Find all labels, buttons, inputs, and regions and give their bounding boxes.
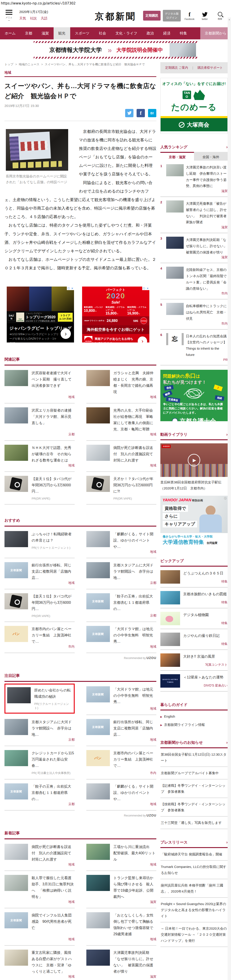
ad-info-icon[interactable]: ⓘ — [224, 496, 227, 500]
category-tag[interactable]: 地域 — [114, 706, 157, 711]
news-card[interactable]: クレジットカードから115万円返金された影山安春…PR( 司法書士法人中央事務所… — [5, 746, 75, 780]
news-card[interactable]: 「おとなしくしろ」女性倒し包丁で脅して胸触る 強制わいせつ致傷容疑で29歳男逮捕… — [87, 908, 157, 945]
category-tag[interactable]: 地域 — [114, 550, 157, 554]
list-item[interactable]: 三十三間堂「通し矢」写真を販売します — [160, 816, 228, 829]
news-card[interactable]: 京都新聞「大河ドラマ館」は地元の小中学生無料 明智光秀…地域 — [87, 622, 157, 653]
list-item[interactable]: 第38回全国女子駅伝 1月12日(日) 12:30スタート — [160, 748, 228, 767]
pickup-item[interactable]: 京都水族館のいきもの図鑑特集 — [160, 587, 228, 608]
pickup-item[interactable]: 大好き!! 京滋の風景写真コンテスト — [160, 650, 228, 671]
news-card[interactable]: 京都新聞銀行出張所が移転、同じ支店に複数同居「店舗内店…地域 — [5, 558, 75, 589]
nav-item[interactable]: 特集 — [175, 27, 192, 39]
scrollbar-up-arrow[interactable]: ▲ — [228, 18, 231, 21]
twitter-link[interactable]: twitter — [198, 11, 211, 21]
lawyer-ad[interactable]: 問題解決の糸口は 私たちが見つけます！ 借金 離婚 交通事故 相続 ！ 争い — [160, 370, 228, 421]
list-item[interactable]: ～ 日本初！一目でわかる、東京2020大会の交通対策情報ツール ～「２０２０交通… — [160, 922, 228, 947]
news-card[interactable]: 【楽天１位】タバコ代が年間36万円から3万6000円…PR(DR.VAPE) — [5, 472, 75, 504]
news-card[interactable]: 【楽天１位】タバコ代が年間36万円から3万6000円…PR(DR.VAPE) — [5, 589, 75, 622]
ad-close-icon[interactable]: ✕ — [146, 286, 149, 290]
list-item[interactable]: 【記者職】冬季ワンデイ・インターンシップ 参加者募集 — [160, 780, 228, 798]
nav-item[interactable]: 京都新聞から — [200, 27, 231, 39]
news-card[interactable]: 「麒麟がくる」サイト開設、ゆかりのイベントや…地域 — [87, 527, 157, 558]
search-button[interactable]: 検索 — [213, 11, 226, 21]
list-item[interactable]: 「駿府城跡天守台 発掘調査報告会」開催 — [160, 848, 228, 861]
category-tag[interactable]: 写真コンテスト — [183, 663, 228, 667]
news-card[interactable]: トランク監禁し東尋坊から飛び降りさせる 殺人罪で19歳少年起訴、公開裁判へ滋賀 — [87, 871, 157, 908]
category-tag[interactable]: 滋賀 — [114, 975, 157, 978]
quick-link[interactable]: 天気 — [19, 16, 26, 21]
category-tag[interactable]: 地域 — [32, 900, 75, 904]
breadcrumb-item[interactable]: トップ> — [5, 63, 19, 66]
category-tag[interactable]: 市内 — [32, 645, 75, 649]
category-tag[interactable]: 地域 — [114, 645, 157, 649]
scrollbar[interactable]: ▲ — [228, 18, 231, 980]
nav-item[interactable]: 京都 — [21, 27, 37, 39]
category-tag[interactable]: 地域 — [114, 937, 157, 941]
news-card[interactable]: パン京都市内のパン屋とベーカリー集結 上賀茂神社で…市内 — [5, 622, 75, 653]
hatena-share-button[interactable]: B! — [148, 109, 156, 117]
pickup-item[interactable]: デジタル植物園特集 — [160, 608, 228, 629]
category-tag[interactable]: 京都 — [32, 802, 75, 806]
ranking-item[interactable]: 4北陸新幹線アセス、京都のトンネル区間「最終段階でルート案」に委員反発「会議の意… — [160, 263, 228, 299]
category-tag[interactable]: 地域 — [114, 862, 157, 867]
category-tag[interactable]: 滋賀 — [186, 225, 228, 229]
arrow-icon[interactable]: › — [61, 329, 71, 339]
digital-login-button[interactable]: デジタル版ログイン — [163, 10, 181, 21]
news-card[interactable]: 天才か！？タバコ代が年間36万円から3万6000円に?!PR(DR.VAPE) — [87, 472, 157, 504]
news-card[interactable]: 京都スタジアムに大河ドラマ館開設へ 赤字分は地…京都 — [5, 715, 75, 746]
category-tag[interactable]: 地域 — [114, 395, 157, 399]
uzou-credit[interactable]: Recommended by UZOU — [5, 814, 156, 817]
news-card[interactable]: 工場から川に重油流出 配管破損、最大400リットル地域 — [87, 840, 157, 871]
nav-item[interactable]: 滋賀 — [37, 27, 54, 39]
guide-link[interactable]: ▶京都新聞ライフライン情報 — [160, 721, 228, 729]
category-tag[interactable]: 地域 — [32, 581, 75, 585]
category-tag[interactable]: DIVO'S 星座占い — [183, 684, 228, 687]
ranking-item[interactable]: 1大津園児事故の判決言い渡し延期 併合審理のストーカー事件で弁護側が争う姿勢、異… — [160, 161, 228, 197]
subscription-guide-link[interactable]: 定期購読 ご案内 — [165, 66, 188, 70]
news-card[interactable]: 殺人罪で服役した元看護助手、3月31日に無罪判決へ 「検察は納得いく説明を」地域 — [5, 871, 75, 908]
category-tag[interactable]: 特集 — [183, 579, 228, 584]
category-tag[interactable]: 京都 — [32, 433, 75, 436]
arrow-icon[interactable]: › — [138, 336, 147, 342]
news-card[interactable]: ぶっちゃけ！転職経験者の本音とは？PR(リクルートエージェント) — [5, 527, 75, 558]
nav-item[interactable]: 社会 — [94, 27, 111, 39]
news-card[interactable]: 病院が死亡診断書を誤送付 別人の介護施設宛て封筒に入れ渡す地域 — [5, 840, 75, 871]
quick-link[interactable]: 社説 — [30, 16, 37, 21]
nav-item[interactable]: 文化・ライフ — [111, 27, 142, 39]
news-card[interactable]: ＮＨＫ大河で話題、光秀が破壊の古寺 その知られざる数奇な運命とは地域 — [5, 441, 75, 472]
nav-item[interactable]: ホーム — [0, 27, 21, 39]
category-tag[interactable]: PR — [186, 358, 228, 361]
category-tag[interactable]: 特集 — [183, 600, 228, 605]
news-card[interactable]: 京都新聞銀行出張所が移転、同じ支店に複数同居「店舗内店…地域 — [87, 715, 157, 746]
airasia-ad[interactable]: ⓘ✕ パーフェクト 2020 Sale! 東京(成田) →バンコク10,800〜… — [82, 286, 149, 342]
nav-item[interactable]: スポーツ — [70, 27, 94, 39]
tanomeru-ad[interactable]: オフィスの「ない」をすぐにお届け! TANO たのめーる 大塚商会 — [160, 78, 228, 134]
news-card[interactable]: 大津園児事故判決延期「なぜ振り出しに。許せない」 被害園児の保護者が憤り滋賀 — [87, 945, 157, 980]
tab-kyoto-shiga[interactable]: 京都・滋賀 — [160, 152, 194, 161]
play-icon[interactable]: ▶ — [188, 454, 200, 466]
category-tag[interactable]: 地域 — [32, 463, 75, 468]
category-tag[interactable]: 滋賀 — [114, 900, 157, 904]
news-card[interactable]: 病院が死亡診断書を誤送付 別人の介護施設宛て封筒に入れ渡す地域 — [87, 441, 157, 472]
facebook-link[interactable]: f Facebook — [183, 11, 196, 21]
category-tag[interactable]: 地域 — [114, 463, 157, 468]
news-card[interactable]: 辞めたい会社からの転職成功の秘訣PR(リクルートエージェント) — [5, 684, 75, 714]
ranking-item[interactable]: 5自転車横断中にトラックにはねられ男性死亡 京都・伏見市内 — [160, 299, 228, 329]
nav-item[interactable]: 政治 — [142, 27, 159, 39]
dazn-ad[interactable]: ⓘ✕ DAZN TOP LEAGUE ジャパンラグビー トップリーグ2020 1… — [7, 286, 74, 342]
category-tag[interactable]: 市内 — [186, 322, 228, 326]
category-tag[interactable]: 特集 — [183, 621, 228, 625]
news-card[interactable]: 京都新聞「大河ドラマ館」は地元の小中学生無料 明智光秀…地域 — [87, 682, 157, 715]
subscribe-button[interactable]: 定期購読 — [143, 11, 160, 21]
list-item[interactable]: Trumark Companies, LLCの持分取得に関するお知らせ — [160, 861, 228, 879]
twitter-share-button[interactable] — [125, 109, 133, 117]
category-tag[interactable]: 地域 — [114, 738, 157, 742]
nav-item[interactable]: 経済 — [159, 27, 175, 39]
category-tag[interactable]: 京都 — [114, 614, 157, 617]
news-card[interactable]: 重文古民家に隣接、風情ある白壁の家がゲストハウスに 京都・宮津「ゆっくりと過ごし… — [5, 945, 75, 980]
university-ad-banner[interactable]: 京都情報大学院大学 » 大学院説明会開催中 — [34, 41, 197, 59]
news-card[interactable]: 京都新聞「餃子の王将」出前拡大 京都含む１１都道府県の…京都 — [87, 589, 157, 622]
pickup-item[interactable]: DIVO'S ASTRO TIMES＜12星座＞あなたの運勢DIVO'S 星座占… — [160, 671, 228, 691]
ad-info-icon[interactable]: ⓘ — [67, 286, 71, 290]
category-tag[interactable]: 地域 — [114, 802, 157, 806]
list-item[interactable]: 【技術職】冬季ワンデイ・インターンシップ 参加者募集 — [160, 798, 228, 816]
